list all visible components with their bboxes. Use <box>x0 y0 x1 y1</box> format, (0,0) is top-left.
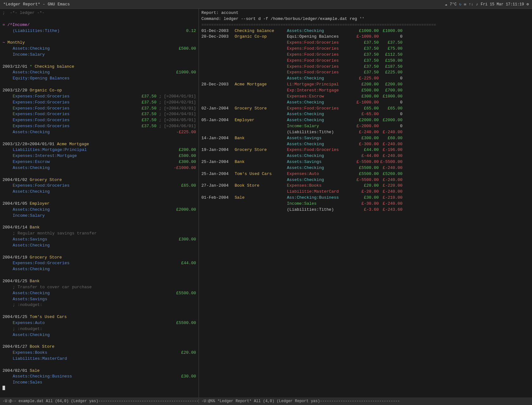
list-item: Assets:Checking <box>3 189 196 195</box>
report-line: Expens:Food:Groceries£37.50£225.00 <box>201 70 529 76</box>
datetime: Fri 15 Mar 17:11:19 <box>481 2 524 7</box>
list-item: Equity:Opening Balances <box>3 76 196 82</box>
report-line: 28-Dec-2003Acme MortgageLi:Mortgage:Prin… <box>201 82 529 88</box>
list-item: Expenses:Escrow£300.00 <box>3 159 196 165</box>
list-item: Assets:Checking-£1000.00 <box>3 165 196 171</box>
list-item: ; -*- ledger -*- <box>3 10 196 16</box>
list-item: ; :nobudget: <box>3 326 196 332</box>
list-item: Liabilities:Mortgage:Principal£200.00 <box>3 147 196 153</box>
list-item <box>3 338 196 344</box>
list-item: Expenses:Food:Groceries£37.50; [=2004/05… <box>3 117 196 123</box>
list-item <box>3 195 196 201</box>
report-line: 01-Dec-2003Checking balanceAssets:Checki… <box>201 28 529 34</box>
list-item: Assets:Checking-£225.00 <box>3 129 196 135</box>
list-item: Expenses:Food:Groceries£37.50; [=2004/01… <box>3 94 196 100</box>
list-item: Expenses:Food:Groceries£37.50; [=2004/02… <box>3 100 196 106</box>
list-item: Income:Sales <box>3 380 196 386</box>
list-item: Expenses:Food:Groceries£37.50; [=2004/03… <box>3 106 196 112</box>
system-tray: ☁ 7°C ↻ ✉ ↑↓ ♪ Fri 15 Mar 17:11:19 ⚙ <box>445 2 529 7</box>
report-line: Expens:Food:Groceries£37.50£150.00 <box>201 58 529 64</box>
report-line: 05-Jan-2004EmployerAssets:Checking£2000.… <box>201 117 529 123</box>
list-item <box>3 34 196 40</box>
report-line: Exp:Interest:Mortgage£500.00£700.00 <box>201 88 529 94</box>
list-item <box>3 16 196 22</box>
report-line: Assets:Checking£5500.00£-240.00 <box>201 165 529 171</box>
list-item: ~ Monthly <box>3 40 196 46</box>
title-bar: *Ledger Report* - GNU Emacs ☁ 7°C ↻ ✉ ↑↓… <box>0 0 532 9</box>
report-line: Expenses:Escrow£300.00£1000.00 <box>201 94 529 100</box>
list-item <box>3 249 196 255</box>
list-item: 2004/01/19 Grocery Store <box>3 255 196 261</box>
list-item <box>3 82 196 88</box>
list-item: Expenses:Food:Groceries£65.00 <box>3 183 196 189</box>
report-line: 02-Jan-2004Grocery StoreExpens:Food:Groc… <box>201 106 529 112</box>
list-item: 2004/01/05 Employer <box>3 201 196 207</box>
list-item <box>3 135 196 141</box>
list-item: ; Transfer to cover car purchase <box>3 284 196 290</box>
report-line: Assets:Checking£-225.000 <box>201 76 529 82</box>
report-line: Income:Sales£-30.00£-240.00 <box>201 201 529 207</box>
list-item: Assets:Checking:Business£30.00 <box>3 374 196 380</box>
list-item <box>3 171 196 177</box>
temperature: 7°C <box>450 2 457 7</box>
status-right: -U:@%% *Ledger Report* All (4,0) (Ledger… <box>199 399 532 403</box>
status-bar: -U:@-- example.dat All (64,0) (Ledger ya… <box>0 397 532 405</box>
network-icon: ↑↓ <box>469 2 473 7</box>
list-item: Expenses:Food:Groceries£37.50; [=2004/06… <box>3 123 196 129</box>
report-header: Report: account <box>201 10 529 16</box>
report-line: 27-Jan-2004Book StoreExpenses:Books£20.0… <box>201 183 529 189</box>
gear-icon: ⚙ <box>527 2 529 7</box>
report-line: Expens:Food:Groceries£37.50£112.50 <box>201 52 529 58</box>
report-line: Expens:Food:Groceries£37.50£75.00 <box>201 46 529 52</box>
report-line: 25-Jan-2004Tom's Used CarsExpenses:Auto£… <box>201 171 529 177</box>
list-item: Assets:Checking <box>3 243 196 249</box>
report-line: Assets:Checking£-1000.000 <box>201 100 529 106</box>
list-item: Expenses:Food:Groceries£37.50; [=2004/04… <box>3 111 196 117</box>
list-item: Liabilities:MasterCard <box>3 356 196 362</box>
list-item: Expenses:Books£20.00 <box>3 350 196 356</box>
list-item <box>3 219 196 225</box>
report-line: 25-Jan-2004BankAssets:Savings£-5500.00£-… <box>201 159 529 165</box>
list-item: 2004/02/01 Sale <box>3 368 196 374</box>
list-item: Assets:Savings£300.00 <box>3 237 196 243</box>
status-left: -U:@-- example.dat All (64,0) (Ledger ya… <box>0 399 199 403</box>
list-item: ; Regular monthly savings transfer <box>3 231 196 237</box>
left-pane[interactable]: ; -*- ledger -*- = /^Income/(Liabilities… <box>0 9 199 397</box>
report-line: Assets:Checking£-65.000 <box>201 111 529 117</box>
weather-icon: ☁ <box>445 2 447 7</box>
list-item: 2004/01/14 Bank <box>3 225 196 231</box>
list-item: ; :nobudget: <box>3 302 196 308</box>
list-item: 2004/01/25 Bank <box>3 278 196 284</box>
report-line: Assets:Checking£-5500.00£-240.00 <box>201 177 529 183</box>
report-line: 19-Jan-2004Grocery StoreExpens:Food:Groc… <box>201 147 529 153</box>
list-item <box>3 272 196 278</box>
report-line: (Liabilities:Tithe)£-240.00£-240.00 <box>201 129 529 135</box>
report-line: 20-Dec-2003Organic Co-opEqui:Opening Bal… <box>201 34 529 40</box>
report-line: 14-Jan-2004BankAssets:Savings£300.00£60.… <box>201 135 529 141</box>
list-item: Assets:Checking£5500.00 <box>3 290 196 296</box>
list-item: Expenses:Auto£5500.00 <box>3 320 196 326</box>
list-item: (Liabilities:Tithe)0.12 <box>3 28 196 34</box>
list-item: 2003/12/01 * Checking balance <box>3 64 196 70</box>
list-item: Expenses:Food:Groceries£44.00 <box>3 260 196 266</box>
report-line: Expens:Food:Groceries£37.50£187.50 <box>201 64 529 70</box>
list-item <box>3 362 196 368</box>
report-line: (Liabilities:Tithe)£-3.60£-243.60 <box>201 207 529 213</box>
list-item <box>3 308 196 314</box>
report-line: Assets:Checking£-44.00£-240.00 <box>201 153 529 159</box>
list-item: 2004/01/25 Tom's Used Cars <box>3 314 196 320</box>
list-item: 2004/01/02 Grocery Store <box>3 177 196 183</box>
list-item: 2003/12/20 Organic Co-op <box>3 88 196 94</box>
window-title: *Ledger Report* - GNU Emacs <box>3 2 70 7</box>
mail-icon: ✉ <box>464 2 466 7</box>
report-command: Command: ledger --sort d -f /home/borbus… <box>201 16 529 22</box>
list-item: Assets:Savings <box>3 296 196 302</box>
volume-icon: ♪ <box>476 2 478 7</box>
right-pane: Report: accountCommand: ledger --sort d … <box>199 9 532 397</box>
report-line: Liabilitie:MasterCard£-20.00£-240.00 <box>201 189 529 195</box>
report-line: Expens:Food:Groceries£37.50£37.50 <box>201 40 529 46</box>
list-item: Assets:Checking£500.00 <box>3 46 196 52</box>
main-content: ; -*- ledger -*- = /^Income/(Liabilities… <box>0 9 532 397</box>
list-item: Assets:Checking <box>3 332 196 338</box>
separator: ========================================… <box>201 22 529 28</box>
